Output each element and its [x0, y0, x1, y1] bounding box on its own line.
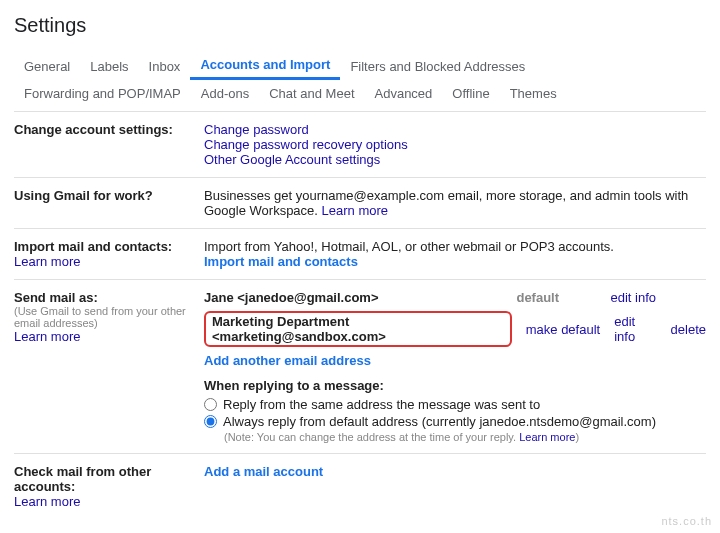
edit-info-link-primary[interactable]: edit info: [610, 290, 656, 305]
tab-labels[interactable]: Labels: [80, 53, 138, 80]
import-body-text: Import from Yahoo!, Hotmail, AOL, or oth…: [204, 239, 706, 254]
send-mail-as-heading: Send mail as:: [14, 290, 200, 305]
default-label: default: [516, 290, 596, 305]
import-heading: Import mail and contacts:: [14, 239, 200, 254]
reply-note-b: ): [575, 431, 579, 443]
watermark: nts.co.th: [661, 515, 712, 527]
tab-forwarding[interactable]: Forwarding and POP/IMAP: [14, 80, 191, 107]
check-mail-learn-more-link[interactable]: Learn more: [14, 494, 80, 509]
tab-filters[interactable]: Filters and Blocked Addresses: [340, 53, 535, 80]
send-as-row-primary: Jane <janedoe@gmail.com> default edit in…: [204, 290, 706, 305]
reply-note-a: (Note: You can change the address at the…: [224, 431, 519, 443]
import-mail-contacts-link[interactable]: Import mail and contacts: [204, 254, 358, 269]
settings-tabs: General Labels Inbox Accounts and Import…: [14, 51, 706, 107]
send-mail-as-learn-more-link[interactable]: Learn more: [14, 329, 80, 344]
import-learn-more-link[interactable]: Learn more: [14, 254, 80, 269]
make-default-link[interactable]: make default: [526, 322, 600, 337]
send-mail-as-subtext: (Use Gmail to send from your other email…: [14, 305, 200, 329]
add-mail-account-link[interactable]: Add a mail account: [204, 464, 323, 479]
reply-note-learn-more-link[interactable]: Learn more: [519, 431, 575, 443]
reply-default-label[interactable]: Always reply from default address (curre…: [223, 414, 656, 429]
reply-heading: When replying to a message:: [204, 378, 706, 393]
reply-same-radio[interactable]: [204, 398, 217, 411]
change-account-heading: Change account settings:: [14, 122, 200, 167]
change-password-link[interactable]: Change password: [204, 122, 309, 137]
reply-default-radio[interactable]: [204, 415, 217, 428]
tab-themes[interactable]: Themes: [500, 80, 567, 107]
using-gmail-work-heading: Using Gmail for work?: [14, 188, 200, 218]
send-as-primary-address: Jane <janedoe@gmail.com>: [204, 290, 502, 305]
work-body-text: Businesses get yourname@example.com emai…: [204, 188, 688, 218]
work-learn-more-link[interactable]: Learn more: [322, 203, 388, 218]
tab-general[interactable]: General: [14, 53, 80, 80]
page-title: Settings: [14, 14, 706, 37]
tab-advanced[interactable]: Advanced: [365, 80, 443, 107]
reply-same-label[interactable]: Reply from the same address the message …: [223, 397, 540, 412]
change-recovery-link[interactable]: Change password recovery options: [204, 137, 408, 152]
add-another-email-link[interactable]: Add another email address: [204, 353, 371, 368]
check-mail-heading: Check mail from other accounts:: [14, 464, 200, 494]
tab-chat-meet[interactable]: Chat and Meet: [259, 80, 364, 107]
tab-inbox[interactable]: Inbox: [139, 53, 191, 80]
tab-offline[interactable]: Offline: [442, 80, 499, 107]
edit-info-link-secondary[interactable]: edit info: [614, 314, 656, 344]
other-google-settings-link[interactable]: Other Google Account settings: [204, 152, 380, 167]
delete-link[interactable]: delete: [671, 322, 706, 337]
tab-addons[interactable]: Add-ons: [191, 80, 259, 107]
send-as-row-secondary: Marketing Department <marketing@sandbox.…: [204, 311, 706, 347]
tab-accounts-import[interactable]: Accounts and Import: [190, 51, 340, 80]
send-as-secondary-address: Marketing Department <marketing@sandbox.…: [204, 311, 512, 347]
